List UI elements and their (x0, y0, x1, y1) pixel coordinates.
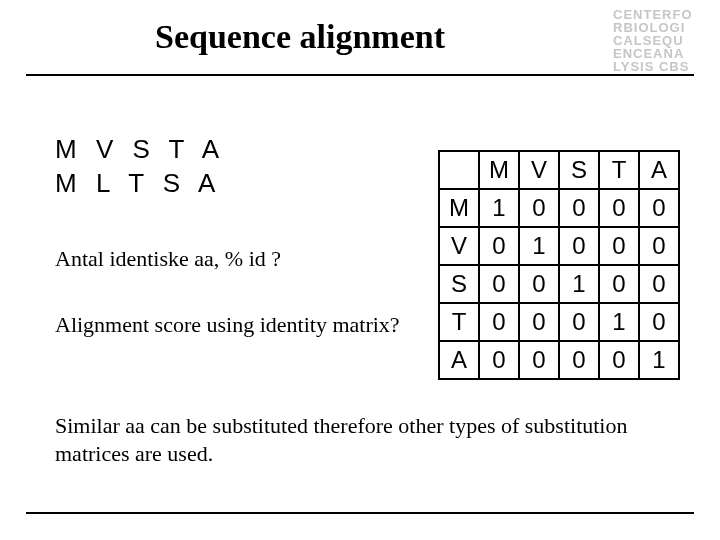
matrix-cell: 0 (479, 303, 519, 341)
matrix-col-header: A (639, 151, 679, 189)
question-score: Alignment score using identity matrix? (55, 312, 400, 338)
matrix-cell: 0 (599, 227, 639, 265)
matrix-cell: 0 (639, 265, 679, 303)
sequence-1: M V S T A (55, 132, 225, 166)
matrix-col-header: S (559, 151, 599, 189)
slide-title: Sequence alignment (0, 18, 600, 56)
matrix-cell: 0 (519, 189, 559, 227)
matrix-row-header: V (439, 227, 479, 265)
matrix-row-header: A (439, 341, 479, 379)
matrix-row-header: M (439, 189, 479, 227)
matrix-cell: 1 (479, 189, 519, 227)
matrix-cell: 0 (519, 303, 559, 341)
bottom-divider (26, 512, 694, 514)
matrix-cell: 0 (639, 303, 679, 341)
matrix-cell: 0 (519, 265, 559, 303)
matrix-cell: 0 (519, 341, 559, 379)
footer-note: Similar aa can be substituted therefore … (55, 412, 665, 468)
sequences-block: M V S T A M L T S A (55, 132, 225, 200)
matrix-cell: 1 (599, 303, 639, 341)
matrix-cell: 0 (479, 227, 519, 265)
matrix-cell: 0 (639, 189, 679, 227)
matrix-row-header: S (439, 265, 479, 303)
matrix-cell: 0 (559, 303, 599, 341)
matrix-col-header: M (479, 151, 519, 189)
matrix-cell: 0 (639, 227, 679, 265)
matrix-cell: 0 (559, 341, 599, 379)
question-identity: Antal identiske aa, % id ? (55, 246, 281, 272)
slide: CENTERFO RBIOLOGI CALSEQU ENCEANA LYSIS … (0, 0, 720, 540)
matrix-corner (439, 151, 479, 189)
matrix-cell: 0 (599, 341, 639, 379)
matrix-cell: 0 (599, 265, 639, 303)
matrix-col-header: V (519, 151, 559, 189)
matrix-cell: 1 (559, 265, 599, 303)
matrix-cell: 0 (479, 341, 519, 379)
matrix-cell: 0 (479, 265, 519, 303)
matrix-cell: 1 (519, 227, 559, 265)
matrix-cell: 0 (599, 189, 639, 227)
identity-matrix: M V S T A M 1 0 0 0 0 V 0 1 0 0 0 (438, 150, 680, 380)
matrix-cell: 0 (559, 189, 599, 227)
matrix-col-header: T (599, 151, 639, 189)
matrix-cell: 1 (639, 341, 679, 379)
top-divider (26, 74, 694, 76)
matrix-cell: 0 (559, 227, 599, 265)
matrix-table: M V S T A M 1 0 0 0 0 V 0 1 0 0 0 (438, 150, 680, 380)
institution-logo: CENTERFO RBIOLOGI CALSEQU ENCEANA LYSIS … (613, 8, 708, 73)
sequence-2: M L T S A (55, 166, 225, 200)
matrix-row-header: T (439, 303, 479, 341)
